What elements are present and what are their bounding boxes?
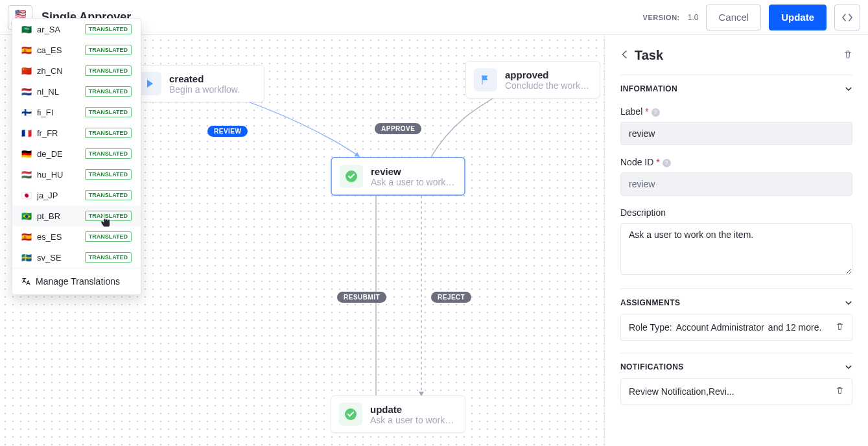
locale-item-sv_SE[interactable]: 🇸🇪sv_SETRANSLATED xyxy=(12,247,141,268)
trash-icon xyxy=(836,322,844,331)
locale-code: nl_NL xyxy=(37,87,68,97)
edge-label-approve[interactable]: APPROVE xyxy=(375,123,421,134)
description-textarea[interactable] xyxy=(620,223,852,275)
start-icon xyxy=(138,72,161,95)
field-label: Label * ? xyxy=(620,106,852,145)
trash-icon xyxy=(836,386,844,395)
translated-badge: TRANSLATED xyxy=(85,86,132,97)
locale-item-nl_NL[interactable]: 🇳🇱nl_NLTRANSLATED xyxy=(12,81,141,102)
translated-badge: TRANSLATED xyxy=(85,169,132,180)
node-update[interactable]: update Ask a user to work o... xyxy=(331,395,465,433)
flag-icon: 🇳🇱 xyxy=(21,87,30,97)
source-view-button[interactable] xyxy=(834,5,860,30)
locale-code: fi_FI xyxy=(37,108,68,117)
assignment-row[interactable]: Role Type: Account Administrator and 12 … xyxy=(620,314,852,341)
edge-label-reject[interactable]: REJECT xyxy=(431,292,471,303)
translated-badge: TRANSLATED xyxy=(85,24,132,34)
notification-row[interactable]: Review Notification,Revi... xyxy=(620,378,852,405)
node-title: update xyxy=(370,404,456,415)
panel-header: Task xyxy=(620,48,852,63)
manage-translations[interactable]: Manage Translations xyxy=(12,268,141,294)
section-label: NOTIFICATIONS xyxy=(620,362,684,371)
locale-code: es_ES xyxy=(37,232,68,242)
locale-item-hu_HU[interactable]: 🇭🇺hu_HUTRANSLATED xyxy=(12,164,141,185)
locale-code: sv_SE xyxy=(37,253,68,263)
locale-code: ar_SA xyxy=(37,25,68,34)
chevron-down-icon xyxy=(845,299,852,307)
remove-notification-button[interactable] xyxy=(836,386,844,397)
locale-list[interactable]: 🇸🇦ar_SATRANSLATED🇪🇸ca_ESTRANSLATED🇨🇳zh_C… xyxy=(12,19,141,268)
flag-icon: 🇪🇸 xyxy=(21,232,30,242)
manage-translations-label: Manage Translations xyxy=(36,276,120,287)
locale-code: pt_BR xyxy=(37,211,68,221)
locale-item-fi_FI[interactable]: 🇫🇮fi_FITRANSLATED xyxy=(12,102,141,123)
translated-badge: TRANSLATED xyxy=(85,65,132,76)
locale-code: ja_JP xyxy=(37,191,68,200)
flag-icon: 🇪🇸 xyxy=(21,45,30,55)
assignment-value: Account Administrator xyxy=(676,322,764,333)
node-title: approved xyxy=(505,69,591,80)
node-review[interactable]: review Ask a user to work o... xyxy=(331,157,465,196)
help-icon[interactable]: ? xyxy=(651,108,660,117)
translated-badge: TRANSLATED xyxy=(85,128,132,138)
node-desc: Ask a user to work o... xyxy=(370,415,456,425)
locale-item-zh_CN[interactable]: 🇨🇳zh_CNTRANSLATED xyxy=(12,60,141,81)
update-button[interactable]: Update xyxy=(769,5,827,30)
trash-icon xyxy=(843,50,852,59)
header-actions: VERSION: 1.0 Cancel Update xyxy=(643,5,860,30)
label-input[interactable] xyxy=(620,122,852,145)
translated-badge: TRANSLATED xyxy=(85,107,132,117)
flag-icon: 🇭🇺 xyxy=(21,170,30,180)
locale-item-pt_BR[interactable]: 🇧🇷pt_BRTRANSLATED xyxy=(12,205,141,226)
section-assignments[interactable]: ASSIGNMENTS xyxy=(620,288,852,314)
edge-label-review[interactable]: REVIEW xyxy=(207,126,248,137)
flag-icon: 🇸🇪 xyxy=(21,253,30,263)
translated-badge: TRANSLATED xyxy=(85,45,132,55)
flag-icon: 🇩🇪 xyxy=(21,149,30,159)
locale-item-fr_FR[interactable]: 🇫🇷fr_FRTRANSLATED xyxy=(12,123,141,143)
locale-item-ja_JP[interactable]: 🇯🇵ja_JPTRANSLATED xyxy=(12,185,141,205)
section-label: ASSIGNMENTS xyxy=(620,298,680,307)
cancel-button[interactable]: Cancel xyxy=(706,5,761,30)
version-label: VERSION: xyxy=(643,14,680,21)
code-icon xyxy=(842,12,852,23)
translated-badge: TRANSLATED xyxy=(85,190,132,200)
flag-icon: 🇫🇮 xyxy=(21,108,30,117)
node-desc: Conclude the workfl... xyxy=(505,80,591,91)
edge-label-resubmit[interactable]: RESUBMIT xyxy=(337,292,386,303)
flag-icon: 🇫🇷 xyxy=(21,128,30,138)
locale-code: fr_FR xyxy=(37,128,68,138)
assignment-prefix: Role Type: xyxy=(629,322,672,333)
check-circle-icon xyxy=(339,403,362,426)
check-circle-icon xyxy=(340,165,363,188)
help-icon[interactable]: ? xyxy=(663,159,671,167)
nodeid-input[interactable] xyxy=(620,172,852,196)
field-description: Description xyxy=(620,207,852,277)
flag-end-icon xyxy=(474,68,497,91)
translated-badge: TRANSLATED xyxy=(85,148,132,159)
field-label-text: Node ID * ? xyxy=(620,157,852,167)
node-created[interactable]: created Begin a workflow. xyxy=(130,65,264,102)
translated-badge: TRANSLATED xyxy=(85,211,132,221)
chevron-down-icon xyxy=(845,85,852,93)
locale-code: de_DE xyxy=(37,149,68,159)
remove-assignment-button[interactable] xyxy=(836,322,844,333)
section-information[interactable]: INFORMATION xyxy=(620,75,852,100)
node-desc: Ask a user to work o... xyxy=(371,177,455,187)
node-title: created xyxy=(169,73,240,84)
node-approved[interactable]: approved Conclude the workfl... xyxy=(465,61,600,99)
back-button[interactable] xyxy=(620,50,629,61)
translated-badge: TRANSLATED xyxy=(85,252,132,263)
delete-node-button[interactable] xyxy=(843,50,852,61)
field-nodeid: Node ID * ? xyxy=(620,157,852,196)
locale-item-ar_SA[interactable]: 🇸🇦ar_SATRANSLATED xyxy=(12,19,141,40)
locale-item-es_ES[interactable]: 🇪🇸es_ESTRANSLATED xyxy=(12,226,141,247)
locale-item-ca_ES[interactable]: 🇪🇸ca_ESTRANSLATED xyxy=(12,40,141,60)
chevron-down-icon xyxy=(845,363,852,371)
locale-item-de_DE[interactable]: 🇩🇪de_DETRANSLATED xyxy=(12,143,141,164)
locale-code: ca_ES xyxy=(37,45,68,55)
field-label-text: Description xyxy=(620,207,852,218)
section-notifications[interactable]: NOTIFICATIONS xyxy=(620,353,852,378)
chevron-left-icon xyxy=(620,50,629,59)
locale-dropdown: 🇸🇦ar_SATRANSLATED🇪🇸ca_ESTRANSLATED🇨🇳zh_C… xyxy=(12,18,141,295)
